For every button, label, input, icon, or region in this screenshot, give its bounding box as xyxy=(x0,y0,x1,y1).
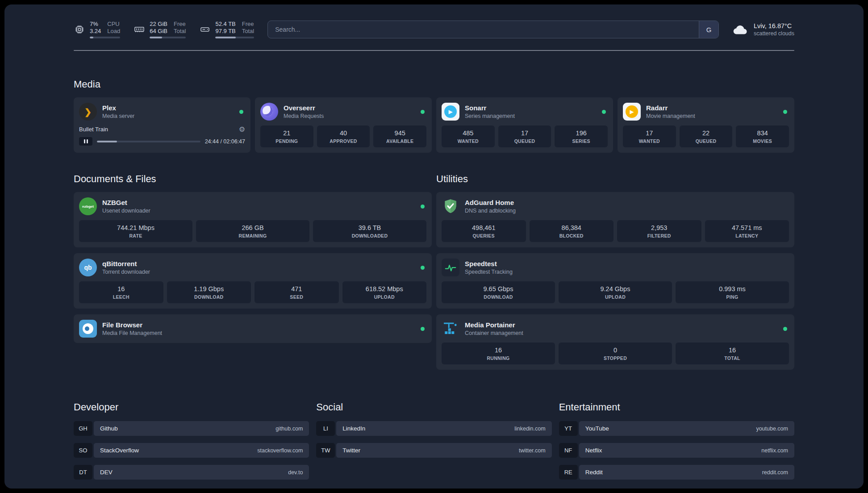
bookmark-linkedin[interactable]: LI LinkedIn linkedin.com xyxy=(316,421,551,436)
service-link-nzbget[interactable]: nzbget NZBGet Usenet downloader xyxy=(79,197,426,215)
bookmark-twitter[interactable]: TW Twitter twitter.com xyxy=(316,443,551,458)
disk-total-value: 97.9 TB xyxy=(215,28,235,34)
stat-value: 2,953 xyxy=(619,224,700,231)
bookmark-name: Github xyxy=(100,425,118,432)
stat-value: 498,461 xyxy=(443,224,524,231)
cpu-progress-bar xyxy=(90,37,120,38)
service-name: NZBGet xyxy=(102,199,415,206)
plex-icon: ❯ xyxy=(79,103,97,121)
stat-label: WANTED xyxy=(443,138,493,144)
service-link-sonarr[interactable]: ▶ Sonarr Series management xyxy=(442,103,608,121)
weather-widget[interactable]: Lviv, 16.87°C scattered clouds xyxy=(732,21,794,38)
stat-label: SERIES xyxy=(556,138,606,144)
bookmark-reddit[interactable]: RE Reddit reddit.com xyxy=(559,465,794,480)
service-link-portainer[interactable]: Media Portainer Container management xyxy=(442,320,789,338)
bookmark-abbr: GH xyxy=(74,421,92,436)
service-card-portainer: Media Portainer Container management 16 … xyxy=(436,314,794,370)
memory-icon xyxy=(134,24,145,35)
service-link-adguard[interactable]: AdGuard Home DNS and adblocking xyxy=(442,197,789,215)
stat-value: 485 xyxy=(443,130,493,137)
section-title-documents: Documents & Files xyxy=(74,173,432,185)
playback-time: 24:44 / 02:06:47 xyxy=(205,138,245,145)
stat-downloaded: 39.6 TB DOWNLOADED xyxy=(313,220,426,242)
bookmark-name: Netflix xyxy=(585,447,602,454)
playback-progress-bar[interactable] xyxy=(97,141,200,142)
bookmark-netflix[interactable]: NF Netflix netflix.com xyxy=(559,443,794,458)
service-card-sonarr: ▶ Sonarr Series management 485 WANTED 17… xyxy=(436,97,613,153)
section-title-utilities: Utilities xyxy=(436,173,794,185)
stat-filtered: 2,953 FILTERED xyxy=(617,220,701,242)
bookmark-youtube[interactable]: YT YouTube youtube.com xyxy=(559,421,794,436)
stat-label: BLOCKED xyxy=(531,233,612,238)
search-provider-button[interactable]: G xyxy=(699,21,718,38)
stat-value: 618.52 Mbps xyxy=(344,285,425,292)
stat-pending: 21 PENDING xyxy=(260,125,313,147)
service-name: qBittorrent xyxy=(102,260,415,267)
memory-free-label: Free xyxy=(174,21,186,27)
stat-label: STOPPED xyxy=(560,355,670,361)
stat-value: 834 xyxy=(738,130,787,137)
status-dot xyxy=(421,205,425,209)
stat-value: 266 GB xyxy=(198,224,308,231)
service-name: Radarr xyxy=(646,104,778,112)
service-link-overseerr[interactable]: Overseerr Media Requests xyxy=(260,103,426,121)
service-subtitle: Series management xyxy=(465,113,597,119)
stats-row: 16 LEECH 1.19 Gbps DOWNLOAD 471 SEED 6 xyxy=(79,281,426,303)
service-link-qbittorrent[interactable]: qb qBittorrent Torrent downloader xyxy=(79,259,426,276)
stat-label: APPROVED xyxy=(319,138,368,144)
service-link-speedtest[interactable]: Speedtest Speedtest Tracking xyxy=(442,259,789,276)
bookmark-name: LinkedIn xyxy=(342,425,365,432)
bookmark-github[interactable]: GH Github github.com xyxy=(74,421,309,436)
gear-icon[interactable]: ⚙ xyxy=(239,125,245,134)
bookmark-name: StackOverflow xyxy=(100,447,139,454)
service-subtitle: Movie management xyxy=(646,113,778,119)
sonarr-icon: ▶ xyxy=(442,103,459,121)
service-subtitle: Usenet downloader xyxy=(102,208,415,214)
bookmark-url: youtube.com xyxy=(756,426,788,432)
bookmarks-entertainment: Entertainment YT YouTube youtube.com NF … xyxy=(559,401,794,487)
stats-row: 9.65 Gbps DOWNLOAD 9.24 Gbps UPLOAD 0.99… xyxy=(442,281,789,303)
stat-label: QUEUED xyxy=(500,138,550,144)
stat-label: DOWNLOADED xyxy=(315,233,425,238)
stat-value: 0.993 ms xyxy=(677,285,787,292)
cpu-icon xyxy=(74,24,85,35)
stat-label: RATE xyxy=(81,233,191,238)
bookmark-abbr: LI xyxy=(316,421,335,436)
bookmark-name: DEV xyxy=(100,469,113,476)
bookmark-name: Reddit xyxy=(585,469,603,476)
stat-label: FILTERED xyxy=(619,233,700,238)
stat-movies: 834 MOVIES xyxy=(736,125,789,147)
bookmark-abbr: RE xyxy=(559,465,578,480)
disk-free-label: Free xyxy=(242,21,254,27)
stat-rate: 744.21 Mbps RATE xyxy=(79,220,192,242)
stat-label: DOWNLOAD xyxy=(443,294,553,300)
service-name: File Browser xyxy=(102,321,415,329)
stat-download: 1.19 Gbps DOWNLOAD xyxy=(167,281,251,303)
stats-row: 485 WANTED 17 QUEUED 196 SERIES xyxy=(442,125,608,147)
pause-button[interactable] xyxy=(79,137,92,146)
memory-widget: 22 GiB Free 64 GiB Total xyxy=(134,21,186,38)
weather-location: Lviv, 16.87°C xyxy=(754,22,794,29)
bookmark-stackoverflow[interactable]: SO StackOverflow stackoverflow.com xyxy=(74,443,309,458)
stat-label: RUNNING xyxy=(443,355,553,361)
stat-wanted: 485 WANTED xyxy=(442,125,495,147)
media-grid: ❯ Plex Media server Bullet Train ⚙ xyxy=(74,97,794,153)
speedtest-icon xyxy=(442,259,459,276)
stat-queued: 22 QUEUED xyxy=(680,125,733,147)
service-link-plex[interactable]: ❯ Plex Media server xyxy=(79,103,245,121)
stat-value: 744.21 Mbps xyxy=(81,224,191,231)
service-link-radarr[interactable]: ▶ Radarr Movie management xyxy=(623,103,789,121)
stats-row: 17 WANTED 22 QUEUED 834 MOVIES xyxy=(623,125,789,147)
stat-series: 196 SERIES xyxy=(555,125,608,147)
service-card-overseerr: Overseerr Media Requests 21 PENDING 40 A… xyxy=(255,97,432,153)
stat-blocked: 86,384 BLOCKED xyxy=(530,220,614,242)
status-dot xyxy=(783,110,787,114)
service-card-adguard: AdGuard Home DNS and adblocking 498,461 … xyxy=(436,192,794,247)
bookmark-abbr: YT xyxy=(559,421,578,436)
service-link-filebrowser[interactable]: File Browser Media File Management xyxy=(79,320,426,338)
bookmark-dev[interactable]: DT DEV dev.to xyxy=(74,465,309,480)
stat-value: 21 xyxy=(262,130,312,137)
section-title-social: Social xyxy=(316,401,551,413)
search-input[interactable] xyxy=(268,21,699,38)
service-subtitle: Torrent downloader xyxy=(102,269,415,275)
